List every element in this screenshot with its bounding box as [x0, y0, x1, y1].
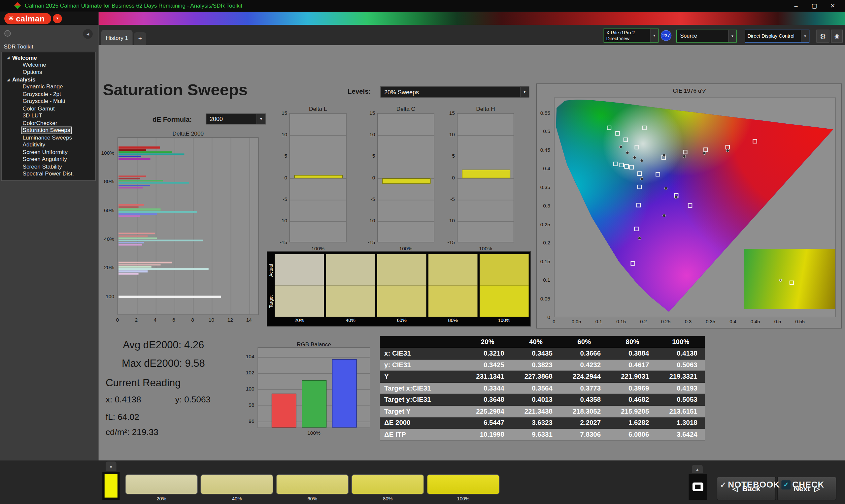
tree-item-color-gamut[interactable]: Color Gamut — [21, 105, 56, 112]
chevron-down-icon: ▼ — [650, 29, 658, 42]
table-cell: 0.4138 — [656, 349, 705, 357]
deltaL-ytick: -15 — [273, 239, 287, 245]
deltae-bar-80 — [119, 176, 146, 177]
deltaL-ytick: 15 — [273, 110, 287, 116]
deltae-xtick: 4 — [149, 317, 160, 323]
table-cell: 9.6331 — [512, 431, 560, 438]
active-pattern-panel — [102, 472, 120, 500]
table-cell: 0.4193 — [656, 384, 705, 392]
display-window-panel[interactable] — [689, 474, 707, 500]
table-cell: 215.9205 — [608, 408, 656, 415]
avg-de2000: Avg dE2000: 4.26 — [123, 339, 204, 351]
level-patch-60%[interactable] — [276, 474, 349, 494]
tree-item-grayscale-2pt[interactable]: Grayscale - 2pt — [21, 90, 63, 97]
tree-item-dynamic-range[interactable]: Dynamic Range — [21, 83, 65, 90]
deltaC-bar — [382, 178, 431, 183]
tree-item-screen-uniformity[interactable]: Screen Uniformity — [21, 148, 69, 156]
level-patch-20%[interactable] — [125, 474, 198, 494]
deltaH-ytick: -15 — [441, 239, 455, 245]
de-formula-dropdown[interactable]: 2000 ▼ — [206, 113, 266, 124]
table-cell: 6.5447 — [463, 419, 512, 427]
deltae-xtick: 6 — [168, 317, 179, 323]
tree-section-welcome[interactable]: ◢Welcome — [7, 54, 95, 61]
tree-section-analysis[interactable]: ◢Analysis — [7, 75, 95, 83]
maximize-button[interactable]: ▢ — [805, 0, 824, 12]
tree-item-3d-lut[interactable]: 3D LUT — [21, 112, 44, 120]
title-bar: Calman 2025 Calman Ultimate for Business… — [0, 0, 845, 12]
settings-button[interactable]: ⚙ — [816, 30, 829, 42]
tree-item-grayscale-multi[interactable]: Grayscale - Multi — [21, 97, 67, 105]
measurement-table: 20%40%60%80%100%x: CIE310.32100.34350.36… — [380, 336, 705, 441]
next-button[interactable]: Next ▷ — [777, 476, 837, 500]
deltae-xtick: 0 — [112, 317, 123, 323]
tree-item-welcome[interactable]: Welcome — [21, 61, 48, 68]
cie-ytick: 0.2 — [535, 240, 550, 246]
cie-measurement-dot — [675, 196, 677, 199]
table-cell: 0.4682 — [608, 396, 656, 403]
level-patch-100%[interactable] — [427, 474, 499, 494]
source-dropdown[interactable]: Source ▼ — [676, 30, 737, 42]
tree-item-additivity[interactable]: Additivity — [21, 141, 47, 148]
deltaC-ytick: -10 — [361, 218, 375, 223]
meter-labels: X-Rite i1Pro 2 Direct View — [604, 29, 650, 42]
swatch-level-label: 40% — [326, 318, 375, 323]
sidebar-options-icon[interactable] — [4, 30, 11, 37]
deltaC-ytick: 0 — [361, 175, 375, 180]
deltaC-ytick: 15 — [361, 110, 375, 116]
table-row-label: Y — [380, 373, 463, 380]
tree-item-options[interactable]: Options — [21, 68, 44, 75]
cie-zoom-inset — [744, 249, 835, 309]
close-button[interactable]: ✕ — [824, 0, 842, 12]
back-button[interactable]: ◁ Back — [717, 476, 776, 500]
tree-item-colorchecker[interactable]: ColorChecker — [21, 120, 59, 127]
tab-history-1[interactable]: History 1 — [101, 30, 133, 45]
deltae-bar-80 — [119, 184, 149, 186]
deltaL-xlabel: 100% — [289, 246, 347, 251]
sidebar: ◄ SDR Toolkit ◢WelcomeWelcomeOptions◢Ana… — [0, 25, 99, 461]
table-col-80: 80% — [608, 338, 656, 345]
deltaC-ytick: -5 — [361, 196, 375, 202]
target-swatch-60% — [377, 285, 426, 317]
decorative-gradient-strip — [99, 12, 845, 25]
power-button[interactable]: ◉ — [831, 30, 843, 42]
reading-y: y: 0.5063 — [175, 395, 211, 404]
display-control-dropdown[interactable]: Direct Display Control ▼ — [745, 30, 809, 42]
pattern-window-tab[interactable]: ● — [106, 462, 117, 471]
deltae-bar-60 — [119, 209, 161, 210]
deltaH-gridline — [457, 200, 514, 200]
level-patch-80%[interactable] — [351, 474, 424, 494]
cie-xtick: 0.3 — [682, 319, 694, 324]
rgb-ytick: 98 — [239, 402, 254, 408]
meter-dropdown[interactable]: X-Rite i1Pro 2 Direct View ▼ — [604, 29, 659, 42]
deltaL-bar — [294, 175, 342, 178]
display-window-tab[interactable]: ▲ — [692, 465, 703, 473]
levels-dropdown[interactable]: 20% Sweeps ▼ — [381, 86, 529, 97]
deltae-xtick: 8 — [187, 317, 198, 323]
levels-label: Levels: — [348, 88, 371, 95]
tree-item-spectral-power-dist[interactable]: Spectral Power Dist. — [21, 170, 75, 178]
tree-item-screen-stability[interactable]: Screen Stability — [21, 163, 64, 170]
add-tab-button[interactable]: + — [134, 32, 146, 45]
swatch-level-label: 80% — [428, 318, 478, 323]
deltae-bar-20 — [119, 266, 152, 268]
chevron-down-icon: ▼ — [728, 30, 736, 42]
minimize-button[interactable]: – — [787, 0, 805, 12]
cie-measurement-dot — [663, 214, 666, 217]
sidebar-collapse-button[interactable]: ◄ — [83, 29, 92, 39]
tree-item-screen-angularity[interactable]: Screen Angularity — [21, 156, 69, 163]
calman-logo[interactable]: ✳ calman — [4, 13, 51, 24]
deltae-ytick: 100 — [99, 293, 114, 299]
cie-xtick: 0.25 — [659, 319, 672, 324]
cie-ytick: 0.3 — [535, 202, 550, 209]
table-cell: 0.3666 — [560, 349, 608, 357]
deltae-bar-100 — [119, 151, 172, 153]
tree-item-luminance-sweeps[interactable]: Luminance Sweeps — [21, 134, 74, 141]
brand-menu-caret[interactable]: ▼ — [53, 14, 62, 23]
deltaL-title: Delta L — [289, 106, 347, 112]
level-patch-40%[interactable] — [200, 474, 273, 494]
table-cell: 0.3435 — [512, 349, 560, 357]
tree-item-saturation-sweeps[interactable]: Saturation Sweeps — [21, 127, 72, 134]
rgb-ytick: 104 — [239, 353, 254, 359]
tab-strip: History 1 + X-Rite i1Pro 2 Direct View ▼… — [99, 25, 845, 45]
expander-triangle-icon: ◢ — [7, 56, 10, 59]
